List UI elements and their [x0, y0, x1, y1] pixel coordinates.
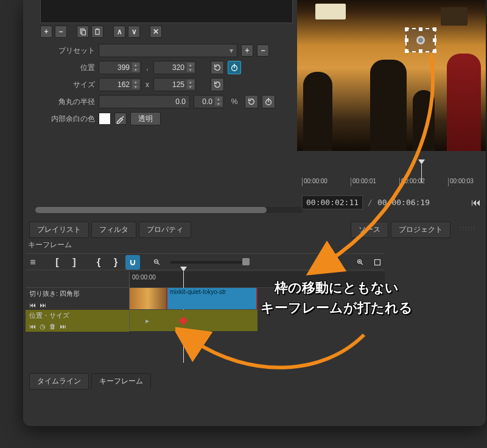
- track-prev-icon[interactable]: ⏮: [29, 301, 36, 309]
- svg-rect-3: [97, 29, 99, 30]
- kf-next-icon[interactable]: ⏭: [60, 323, 66, 331]
- transparent-button[interactable]: 透明: [130, 112, 161, 125]
- chevron-right-icon: ▸: [145, 317, 149, 325]
- track-pos-name: 位置・サイズ: [29, 311, 125, 320]
- keyframe-panel-title: キーフレーム: [28, 240, 72, 250]
- remove-filter-button[interactable]: −: [55, 26, 67, 38]
- track-next-icon[interactable]: ⏭: [40, 301, 46, 309]
- skip-start-icon[interactable]: ⏮: [471, 197, 481, 208]
- tab-property[interactable]: プロパティ: [139, 222, 191, 238]
- kf-menu-button[interactable]: ≡: [26, 255, 40, 270]
- tab-keyframe[interactable]: キーフレーム: [91, 373, 151, 390]
- size-sep: x: [145, 80, 150, 89]
- radius-label: 角丸の半径: [40, 97, 95, 107]
- size-h-input[interactable]: 125▴▾: [153, 78, 196, 91]
- zoom-slider[interactable]: [170, 261, 250, 264]
- preset-label: プリセット: [40, 46, 95, 56]
- track-crop-name: 切り抜き: 四角形: [29, 289, 125, 298]
- panel-scrollbar[interactable]: [35, 207, 303, 213]
- preview-playhead[interactable]: [421, 164, 422, 183]
- size-reset-button[interactable]: [211, 78, 224, 91]
- right-tab-strip: ソース プロジェクト: [351, 222, 450, 238]
- zoom-out-button[interactable]: [150, 255, 164, 270]
- svg-rect-5: [234, 64, 235, 65]
- position-label: 位置: [40, 63, 95, 73]
- position-y-input[interactable]: 320▴▾: [153, 61, 196, 74]
- kf-bracket-close-button[interactable]: ]: [67, 255, 82, 270]
- effect-preview-box: [40, 0, 293, 23]
- tab-source[interactable]: ソース: [351, 222, 388, 238]
- size-label: サイズ: [40, 80, 95, 90]
- position-x-input[interactable]: 399▴▾: [99, 61, 141, 74]
- filter-toolbar: + − ∧ ∨ ✕: [40, 26, 162, 38]
- tab-filter[interactable]: フィルタ: [91, 222, 136, 238]
- padcolor-row: 内部余白の色 透明: [40, 112, 302, 125]
- padcolor-swatch[interactable]: [99, 113, 111, 125]
- svg-rect-10: [375, 260, 380, 265]
- position-reset-button[interactable]: [211, 61, 224, 74]
- paste-button[interactable]: [91, 26, 103, 38]
- annotation-text: 枠の移動にともない キーフレームが打たれる: [261, 278, 413, 318]
- kf-delete-icon[interactable]: 🗑: [49, 323, 56, 331]
- radius-value-input[interactable]: 0.0▴▾: [194, 95, 224, 108]
- kf-brace-close-button[interactable]: }: [108, 255, 123, 270]
- copy-button[interactable]: [77, 26, 89, 38]
- current-timecode-input[interactable]: 00:00:02:11: [302, 195, 363, 209]
- panel-grip-icon[interactable]: ::::::: [460, 225, 476, 231]
- move-up-button[interactable]: ∧: [113, 26, 125, 38]
- preset-remove-button[interactable]: −: [257, 44, 269, 57]
- total-timecode: 00:00:06:19: [377, 198, 430, 207]
- preview-time-ruler[interactable]: 00:00:00 00:00:01 00:00:02 00:00:03: [297, 174, 486, 189]
- kf-stopwatch-icon[interactable]: ◷: [40, 323, 46, 331]
- radius-unit: %: [228, 97, 241, 106]
- move-down-button[interactable]: ∨: [128, 26, 140, 38]
- preset-dropdown[interactable]: [99, 44, 237, 57]
- preset-add-button[interactable]: +: [241, 44, 253, 57]
- keyframe-toolbar: ≡ [ ] { }: [26, 253, 385, 270]
- timecode-bar: 00:00:02:11 / 00:00:06:19 ⏮: [297, 194, 486, 211]
- radius-row: 角丸の半径 0.0 0.0▴▾ %: [40, 95, 302, 108]
- zoom-in-button[interactable]: [353, 255, 368, 270]
- timecode-sep: /: [368, 198, 373, 207]
- crop-rectangle-handle[interactable]: [405, 28, 436, 52]
- svg-rect-1: [82, 30, 86, 35]
- svg-rect-2: [96, 29, 99, 34]
- preview-viewport[interactable]: [297, 0, 486, 151]
- tab-playlist[interactable]: プレイリスト: [29, 222, 89, 238]
- crop-center-handle[interactable]: [416, 36, 425, 44]
- ruler-tick: 00:00:00: [132, 274, 156, 281]
- kf-prev-icon[interactable]: ⏮: [29, 323, 36, 331]
- clip-blue[interactable]: mixkit-quiet-tokyo-str: [167, 288, 258, 309]
- size-row: サイズ 162▴▾ x 125▴▾: [40, 78, 302, 91]
- bottom-tab-strip: タイムライン キーフレーム: [29, 373, 151, 390]
- zoom-fit-button[interactable]: [370, 255, 385, 270]
- clip-thumbnail[interactable]: [130, 288, 167, 309]
- tab-timeline[interactable]: タイムライン: [29, 373, 89, 390]
- radius-slider[interactable]: 0.0: [99, 95, 190, 108]
- left-tab-strip: プレイリスト フィルタ プロパティ: [29, 222, 191, 238]
- eyedropper-button[interactable]: [114, 113, 127, 125]
- app-window: + − ∧ ∨ ✕ プリセット + − 位置 399▴▾ , 320▴▾: [23, 0, 486, 426]
- preset-row: プリセット + −: [40, 44, 302, 57]
- annotation-arrow-2: [175, 323, 370, 383]
- preview-tick: 00:00:01: [351, 178, 376, 186]
- position-row: 位置 399▴▾ , 320▴▾: [40, 61, 302, 74]
- size-w-input[interactable]: 162▴▾: [99, 78, 141, 91]
- close-button[interactable]: ✕: [150, 26, 162, 38]
- add-filter-button[interactable]: +: [40, 26, 52, 38]
- radius-keyframe-toggle[interactable]: [262, 95, 275, 108]
- preview-tick: 00:00:03: [448, 178, 474, 186]
- properties-panel: プリセット + − 位置 399▴▾ , 320▴▾ サイズ 162▴▾ x 1…: [40, 44, 302, 129]
- svg-rect-7: [268, 98, 269, 99]
- kf-brace-open-button[interactable]: {: [91, 255, 106, 270]
- position-sep: ,: [145, 63, 150, 72]
- position-keyframe-toggle[interactable]: [228, 61, 241, 74]
- preview-tick: 00:00:00: [302, 178, 328, 186]
- radius-reset-button[interactable]: [245, 95, 258, 108]
- kf-snap-button[interactable]: [125, 255, 140, 270]
- padcolor-label: 内部余白の色: [40, 114, 95, 124]
- tab-project[interactable]: プロジェクト: [391, 222, 450, 238]
- kf-bracket-open-button[interactable]: [: [50, 255, 65, 270]
